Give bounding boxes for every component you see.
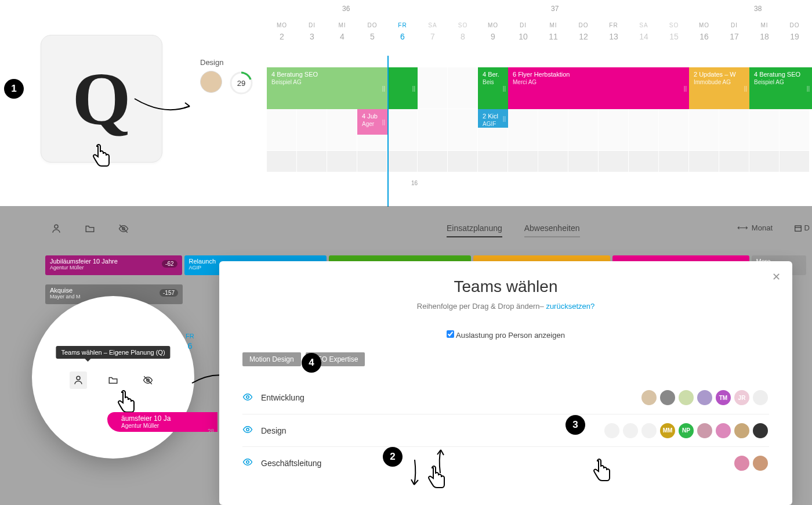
project-bar[interactable]: Jubiläumsfeier 10 JahreAgentur Müller-62 — [45, 255, 182, 275]
group-label: Design — [200, 58, 223, 67]
day-column: DI17 — [719, 22, 749, 51]
team-row[interactable]: EntwicklungTMJR — [242, 381, 769, 414]
avatar[interactable] — [659, 389, 676, 406]
eye-icon[interactable] — [242, 457, 253, 469]
grid-cell — [387, 109, 418, 150]
grid-cell — [568, 151, 599, 172]
avatar[interactable]: NP — [677, 422, 695, 439]
grid-cell — [297, 109, 327, 150]
timeline-grid: 164Beratung SEOBeispiel AG||||4Ber.Beis|… — [267, 67, 812, 189]
avatar[interactable] — [752, 454, 769, 472]
avatar[interactable] — [733, 422, 751, 439]
task-bar[interactable]: 4Beratung SEOBeispiel AG|| — [749, 67, 812, 109]
grid-cell — [478, 151, 508, 172]
filter-tag[interactable]: Motion Design — [242, 352, 301, 366]
eye-off-icon[interactable] — [139, 371, 157, 389]
day-column: DI10 — [508, 22, 538, 51]
project-sub: Agentur Müller — [121, 423, 204, 429]
user-avatar[interactable] — [200, 71, 222, 93]
grid-cell — [568, 109, 599, 150]
grid-cell — [357, 151, 387, 172]
timeline-row: 10 — [267, 151, 812, 172]
row-total: 16 — [411, 180, 418, 186]
avatar[interactable]: MM — [659, 422, 676, 439]
team-row[interactable]: DesignMMNP — [242, 414, 769, 446]
grid-cell — [267, 109, 297, 150]
avatar[interactable] — [715, 422, 732, 439]
grid-cell — [689, 109, 719, 150]
person-icon[interactable] — [51, 223, 61, 236]
task-bar[interactable]: 4Ber.Beis|| — [478, 67, 508, 109]
show-load-checkbox[interactable] — [447, 330, 454, 338]
grid-cell — [659, 109, 689, 150]
grid-cell — [508, 109, 538, 150]
tab-einsatzplanung[interactable]: Einsatzplanung — [447, 223, 502, 237]
team-row[interactable]: Geschäftsleitung — [242, 446, 769, 479]
avatar[interactable] — [622, 422, 639, 439]
grid-cell — [418, 67, 448, 109]
arrow-icon — [132, 96, 195, 119]
grid-cell — [448, 67, 478, 109]
project-title: äumsfeier 10 Ja — [121, 414, 204, 423]
grid-cell — [538, 151, 568, 172]
checkbox-label: Auslastung pro Person anzeigen — [456, 331, 565, 340]
folder-icon[interactable] — [104, 371, 122, 389]
day-column: SA7 — [418, 22, 448, 51]
grid-cell — [267, 151, 297, 172]
week-num: 37 — [551, 5, 559, 13]
day-column: DO5 — [357, 22, 387, 51]
eye-icon[interactable] — [242, 392, 253, 404]
reset-link[interactable]: zurücksetzen? — [546, 302, 594, 311]
grid-cell — [448, 109, 478, 150]
callout-badge-2: 2 — [383, 447, 403, 467]
grid-cell — [297, 151, 327, 172]
task-bar[interactable]: 4JubAger|| — [357, 109, 387, 135]
avatar[interactable] — [752, 422, 769, 439]
svg-rect-4 — [795, 225, 801, 230]
task-bar[interactable]: 6Flyer HerbstaktionMerci AG|| — [508, 67, 689, 109]
team-name: Entwicklung — [261, 393, 304, 402]
task-bar[interactable]: || — [387, 67, 418, 109]
avatar[interactable] — [696, 389, 713, 406]
day-column: SO8 — [448, 22, 478, 51]
task-bar[interactable]: 2Updates – WImmobude AG|| — [689, 67, 749, 109]
svg-point-1 — [55, 225, 58, 228]
task-bar[interactable]: 2KiclAGIF|| — [478, 109, 508, 128]
avatar[interactable] — [733, 454, 751, 472]
tooltip: Teams wählen – Eigene Planung (Q) — [56, 346, 170, 359]
tab-abwesenheiten[interactable]: Abwesenheiten — [524, 223, 580, 237]
avatar[interactable] — [677, 389, 695, 406]
close-icon[interactable]: ✕ — [772, 270, 781, 283]
zoom-icons — [70, 371, 157, 389]
day-column: MI4 — [327, 22, 357, 51]
avatar[interactable]: TM — [715, 389, 732, 406]
grid-cell — [418, 151, 448, 172]
day-column: SO15 — [659, 22, 689, 51]
person-icon[interactable] — [70, 371, 87, 389]
eye-off-icon[interactable] — [118, 223, 129, 236]
day-column: FR13 — [599, 22, 629, 51]
callout-badge-3: 3 — [566, 415, 585, 435]
eye-icon[interactable] — [242, 424, 253, 437]
avatar[interactable] — [640, 389, 658, 406]
grid-cell — [387, 151, 418, 172]
svg-point-10 — [246, 428, 249, 431]
avatar[interactable]: JR — [733, 389, 751, 406]
range-d[interactable]: D — [794, 223, 810, 232]
zoom-project-bar[interactable]: äumsfeier 10 Ja Agentur Müller — [107, 412, 217, 432]
grid-cell — [538, 109, 568, 150]
day-column: MO2 — [267, 22, 297, 51]
svg-point-6 — [77, 376, 80, 380]
avatar[interactable] — [752, 389, 769, 406]
day-header: MO2DI3MI4DO5FR6SA7SO8MO9DI10MI11DO12FR13… — [267, 22, 812, 51]
modal-subtitle: Reihenfolge per Drag & Drop ändern– zurü… — [242, 302, 769, 311]
day-column: MO16 — [689, 22, 719, 51]
task-bar[interactable]: 4Beratung SEOBeispiel AG|| — [267, 67, 387, 109]
folder-icon[interactable] — [85, 223, 95, 236]
avatar[interactable] — [603, 422, 621, 439]
avatar[interactable] — [696, 422, 713, 439]
avatar[interactable] — [640, 422, 658, 439]
range-monat[interactable]: ⟷Monat — [737, 223, 773, 232]
view-tabs: Einsatzplanung Abwesenheiten — [447, 223, 580, 237]
day-column: FR6 — [387, 22, 418, 51]
